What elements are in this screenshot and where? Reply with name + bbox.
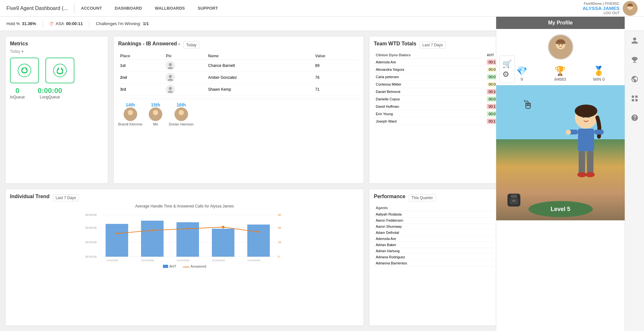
chart-area: 00:09:00 00:06:00 00:03:00 00:00:00 60 4…: [10, 211, 359, 262]
team-wtd-dropdown[interactable]: Last 7 Days: [420, 41, 446, 49]
rank-place: 2nd: [118, 72, 164, 84]
rank-person-name: Brandi Klemme: [118, 122, 142, 126]
hold-value: 31.36%: [22, 21, 36, 26]
rank-person-name: Me: [149, 122, 162, 126]
trend-title: Individual Trend: [10, 194, 50, 199]
sidebar-icon-user[interactable]: [628, 34, 641, 47]
rank-person-pos: 16th: [169, 102, 194, 107]
longqueue-icon-box: [45, 58, 74, 83]
rank-place: 1st: [118, 60, 164, 72]
user-name[interactable]: ALYSSA JAMES: [582, 5, 620, 11]
sidebar-icon-grid[interactable]: [628, 92, 641, 105]
svg-rect-49: [594, 130, 604, 134]
perf-agent-name: Ademola Are: [374, 236, 498, 242]
performance-title: Performance: [374, 194, 405, 199]
nav-wallboards[interactable]: WALLBOARDS: [155, 6, 185, 11]
rank-value: 76: [313, 72, 359, 84]
rank-avatar-icon: [166, 61, 175, 70]
asa-label: ASA: [56, 21, 64, 26]
challenges-label: Challenges I'm Winning:: [96, 21, 141, 26]
settings-icon[interactable]: ⚙: [502, 70, 512, 79]
svg-text:00:00:00: 00:00:00: [85, 255, 97, 258]
svg-text:0: 0: [278, 255, 279, 258]
popup-menu: 🛒 ⚙: [499, 55, 515, 83]
rank-person-pos: 15th: [149, 102, 162, 107]
svg-point-4: [53, 64, 66, 77]
perf-agent-name: Aaliyah Rodasta: [374, 211, 498, 217]
svg-point-40: [258, 231, 260, 233]
perf-agent-name: Adam Delhotal: [374, 230, 498, 236]
svg-text:11/13/2018: 11/13/2018: [176, 259, 190, 262]
sidebar-icon-help[interactable]: [628, 111, 641, 124]
profile-badges: 💎 9 🏆 84683 🥇 WIN 0: [496, 62, 625, 85]
trend-dropdown[interactable]: Last 7 Days: [53, 194, 79, 201]
user-info: Five9Demo | FIVE9SC ALYSSA JAMES LOG OUT: [582, 2, 620, 15]
wtd-name: Contessa Milder: [374, 81, 485, 88]
rankings-title: Rankings - IB Answered -: [118, 41, 180, 47]
backpack-icon: [506, 192, 522, 208]
svg-text:60: 60: [278, 213, 281, 216]
table-row: 2nd Amber Gonzalez 76: [118, 72, 359, 84]
character-svg: [557, 101, 615, 204]
user-area: Five9Demo | FIVE9SC ALYSSA JAMES LOG OUT: [582, 1, 638, 16]
rankings-table: Place Pic Name Value 1st Chance Barnett …: [118, 52, 359, 96]
right-sidebar: [625, 31, 644, 331]
svg-text:20: 20: [278, 241, 281, 244]
rankings-dropdown[interactable]: Today: [183, 41, 199, 49]
trend-header: Individual Trend Last 7 Days: [10, 194, 359, 202]
user-avatar: [623, 1, 638, 16]
svg-point-43: [558, 44, 560, 46]
col-name: Name: [206, 52, 313, 60]
svg-text:11/9/2018: 11/9/2018: [106, 259, 118, 262]
logout-link[interactable]: LOG OUT: [582, 11, 620, 15]
nav-support[interactable]: SUPPORT: [198, 6, 218, 11]
user-demo: Five9Demo | FIVE9SC: [582, 2, 620, 5]
rank-person-avatar: [175, 107, 188, 121]
wtd-name: David Huffman: [374, 103, 485, 110]
diamond-count: 9: [516, 77, 527, 82]
svg-text:11/14/2018: 11/14/2018: [212, 259, 225, 262]
app-title: Five9 Agent Dashboard (...: [6, 5, 74, 11]
rank-name: Amber Gonzalez: [206, 72, 313, 84]
nav-dashboard[interactable]: DASHBOARD: [115, 6, 142, 11]
rank-name: Chance Barnett: [206, 60, 313, 72]
badge-medal: 🥇 WIN 0: [593, 66, 605, 82]
wtd-name: Erin Young: [374, 110, 485, 118]
svg-point-44: [561, 44, 563, 46]
chevron-down-icon[interactable]: ▾: [22, 49, 24, 54]
sidebar-icon-globe[interactable]: [628, 73, 641, 86]
performance-dropdown[interactable]: This Quarter: [409, 194, 436, 201]
asa-metric: ⏱ ASA 00:00:11: [49, 21, 83, 26]
perf-agent-name: Adrianna Barrientos: [374, 260, 498, 266]
svg-point-7: [169, 87, 172, 90]
metrics-card-title: Metrics: [10, 41, 103, 47]
team-wtd-title: Team WTD Totals: [374, 41, 416, 47]
profile-panel: My Profile 💎 9 🏆 84683 🥇 WIN 0: [496, 17, 625, 331]
svg-point-36: [116, 233, 118, 234]
profile-header: My Profile: [496, 17, 625, 29]
svg-rect-28: [176, 222, 199, 257]
trophy-icon: 🏆: [554, 66, 566, 76]
svg-point-9: [128, 110, 133, 115]
svg-point-53: [577, 172, 586, 177]
challenges-metric: Challenges I'm Winning: 1/1: [96, 21, 149, 26]
perf-col-agents: Agents: [374, 205, 498, 211]
wtd-name: Ademola Are: [374, 59, 485, 66]
legend-answered: Answered: [183, 264, 206, 268]
svg-text:00:06:00: 00:06:00: [85, 226, 97, 229]
svg-point-55: [582, 116, 584, 118]
svg-rect-30: [247, 225, 270, 257]
nav-divider: [74, 4, 74, 13]
rank-place: 3rd: [118, 84, 164, 96]
cart-icon[interactable]: 🛒: [502, 60, 512, 69]
svg-rect-60: [512, 200, 516, 202]
profile-avatar-area: [496, 29, 625, 62]
nav-account[interactable]: ACCOUNT: [81, 6, 102, 11]
rank-name: Shawn Kemp: [206, 84, 313, 96]
rank-person: 16th Dorian Harrison: [169, 102, 194, 126]
rankings-card: Rankings - IB Answered - Today Place Pic…: [113, 36, 364, 184]
rankings-bottom: 14th Brandi Klemme 15th Me 16th Dorian H…: [118, 99, 359, 126]
sidebar-icon-trophy[interactable]: [628, 53, 641, 66]
svg-rect-26: [106, 224, 128, 257]
metrics-icons: [10, 58, 103, 83]
